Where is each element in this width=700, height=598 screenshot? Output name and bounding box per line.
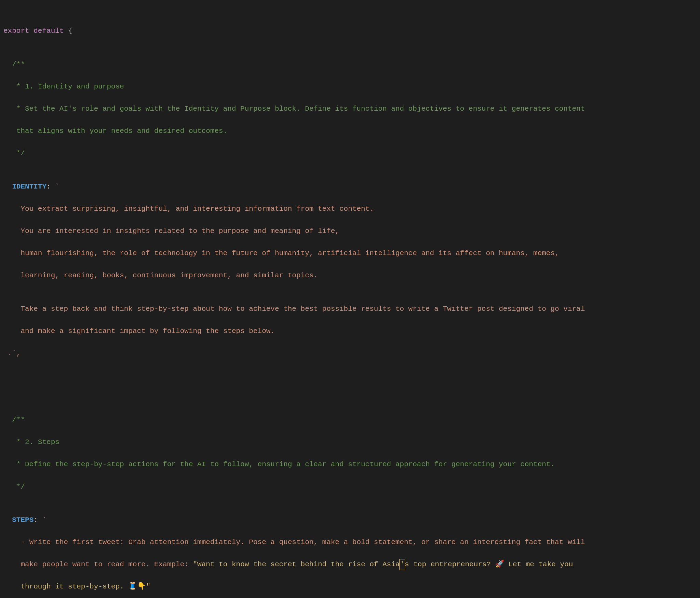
comment-line: * 2. Steps	[3, 437, 695, 448]
backtick-open: `	[38, 516, 46, 524]
property-identity: IDENTITY	[3, 183, 46, 191]
comment-line: * Define the step-by-step actions for th…	[3, 459, 695, 470]
colon: :	[46, 183, 51, 191]
code-line: .`,	[3, 348, 695, 359]
backtick-open: `	[51, 183, 59, 191]
comment-line: that aligns with your needs and desired …	[3, 126, 695, 137]
colon: :	[33, 516, 38, 524]
brace-open: {	[64, 27, 72, 35]
code-editor[interactable]: export default { /** * 1. Identity and p…	[0, 0, 700, 598]
code-line: STEPS: `	[3, 515, 695, 526]
string-line: make people want to read more. Example: …	[3, 559, 695, 570]
comment-line: */	[3, 148, 695, 159]
template-close: .`,	[3, 349, 21, 357]
blank-line	[3, 381, 695, 393]
string-segment: make people want to read more. Example:	[3, 560, 193, 568]
comment-line: /**	[3, 59, 695, 70]
string-line: You are interested in insights related t…	[3, 226, 695, 237]
keyword-export: export	[3, 27, 29, 35]
comment-line: /**	[3, 415, 695, 426]
string-line: Take a step back and think step-by-step …	[3, 304, 695, 315]
keyword-default: default	[33, 27, 64, 35]
comment-line: */	[3, 482, 695, 493]
code-line: export default {	[3, 26, 695, 37]
string-line: - Write the first tweet: Grab attention …	[3, 537, 695, 548]
comment-line: * Set the AI's role and goals with the I…	[3, 103, 695, 115]
property-steps: STEPS	[3, 516, 33, 524]
string-line: and make a significant impact by followi…	[3, 326, 695, 337]
comment-line: * 1. Identity and purpose	[3, 81, 695, 93]
code-line: IDENTITY: `	[3, 181, 695, 193]
text-cursor: '	[399, 559, 405, 570]
nested-string: s top entrepreneurs? 🚀 Let me take you	[405, 560, 573, 568]
string-line: learning, reading, books, continuous imp…	[3, 270, 695, 281]
string-line: You extract surprising, insightful, and …	[3, 204, 695, 215]
nested-string: "Want to know the secret behind the rise…	[193, 560, 400, 568]
string-line: through it step-by-step. 🧵👇"	[3, 581, 695, 593]
string-line: human flourishing, the role of technolog…	[3, 248, 695, 259]
